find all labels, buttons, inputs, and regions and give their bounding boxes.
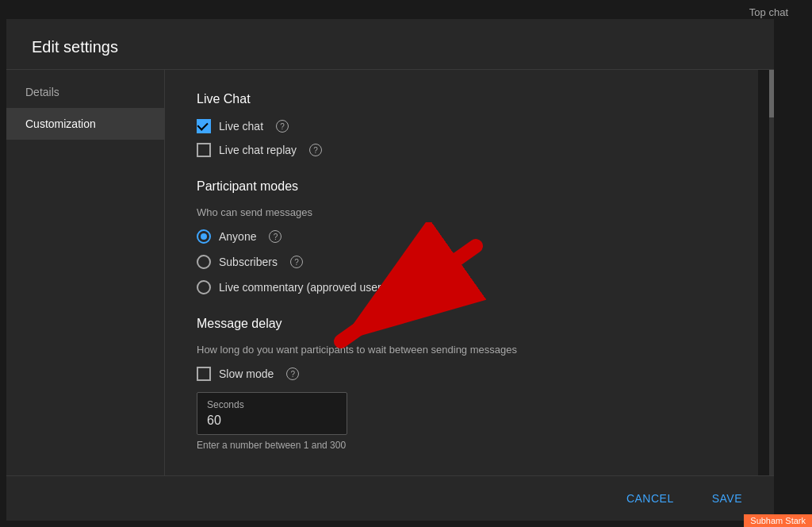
- live-commentary-option[interactable]: Live commentary (approved users) ?: [197, 280, 726, 294]
- anyone-radio[interactable]: [197, 229, 211, 244]
- seconds-hint: Enter a number between 1 and 300: [197, 440, 726, 451]
- seconds-label: Seconds: [207, 399, 337, 410]
- live-chat-replay-help-icon[interactable]: ?: [309, 144, 322, 156]
- sidebar-item-customization[interactable]: Customization: [6, 108, 164, 140]
- live-commentary-label: Live commentary (approved users): [219, 281, 390, 294]
- user-badge: Subham Stark: [744, 514, 812, 527]
- seconds-value[interactable]: 60: [207, 414, 337, 428]
- dialog-title: Edit settings: [32, 38, 749, 56]
- message-delay-section: Message delay How long do you want parti…: [197, 317, 726, 451]
- sidebar-item-details[interactable]: Details: [6, 76, 164, 108]
- subscribers-radio[interactable]: [197, 255, 211, 269]
- anyone-label: Anyone: [219, 230, 256, 243]
- subscribers-option[interactable]: Subscribers ?: [197, 255, 726, 269]
- live-chat-section: Live Chat Live chat ?: [197, 92, 726, 157]
- scrollbar-track[interactable]: [769, 70, 774, 475]
- participant-modes-subtitle: Who can send messages: [197, 206, 726, 218]
- dialog-footer: CANCEL SAVE: [6, 475, 774, 521]
- message-delay-title: Message delay: [197, 317, 726, 331]
- live-chat-help-icon[interactable]: ?: [276, 120, 289, 133]
- seconds-input-box[interactable]: Seconds 60: [197, 392, 347, 435]
- save-button[interactable]: SAVE: [699, 486, 755, 511]
- subscribers-label: Subscribers: [219, 256, 278, 268]
- scrollbar-thumb[interactable]: [769, 70, 774, 117]
- live-chat-replay-label: Live chat replay: [219, 144, 297, 156]
- live-chat-label: Live chat: [219, 120, 263, 133]
- dialog-header: Edit settings: [6, 19, 774, 70]
- live-commentary-radio[interactable]: [197, 280, 211, 294]
- slow-mode-checkbox[interactable]: [197, 367, 211, 381]
- slow-mode-label: Slow mode: [219, 367, 274, 380]
- slow-mode-help-icon[interactable]: ?: [286, 367, 299, 380]
- slow-mode-option[interactable]: Slow mode ?: [197, 367, 726, 381]
- live-chat-title: Live Chat: [197, 92, 726, 106]
- scrollbar-panel: [758, 70, 774, 475]
- sidebar: Details Customization: [6, 70, 165, 475]
- participant-modes-title: Participant modes: [197, 179, 726, 194]
- top-chat-label: Top chat: [749, 6, 788, 18]
- cancel-button[interactable]: CANCEL: [614, 486, 687, 511]
- live-chat-checkbox[interactable]: [197, 119, 211, 133]
- main-content: Live Chat Live chat ?: [165, 70, 758, 475]
- message-delay-description: How long do you want participants to wai…: [197, 344, 726, 356]
- live-chat-option[interactable]: Live chat ?: [197, 119, 726, 133]
- anyone-option[interactable]: Anyone ?: [197, 229, 726, 244]
- live-chat-replay-checkbox[interactable]: [197, 143, 211, 157]
- subscribers-help-icon[interactable]: ?: [290, 256, 303, 268]
- anyone-help-icon[interactable]: ?: [269, 230, 282, 243]
- participant-modes-section: Participant modes Who can send messages …: [197, 179, 726, 294]
- live-chat-replay-option[interactable]: Live chat replay ?: [197, 143, 726, 157]
- live-commentary-help-icon[interactable]: ?: [403, 281, 416, 294]
